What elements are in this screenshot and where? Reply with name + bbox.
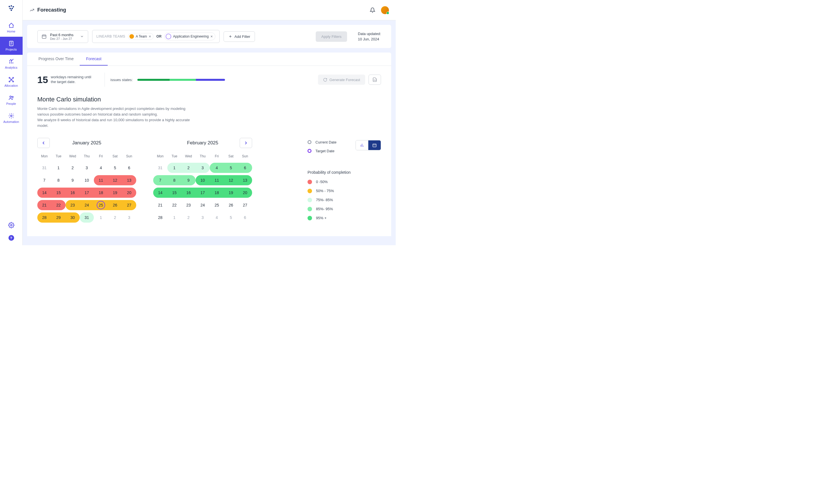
view-calendar-button[interactable] [368, 140, 381, 150]
calendar-day[interactable]: 5 [224, 162, 238, 174]
calendar-day[interactable]: 9 [181, 174, 196, 186]
calendar-day[interactable]: 18 [210, 186, 224, 199]
calendar-day[interactable]: 31 [153, 162, 167, 174]
calendar-day[interactable]: 27 [238, 199, 252, 211]
calendar-day[interactable]: 11 [94, 174, 108, 186]
calendar-day[interactable]: 9 [66, 174, 80, 186]
calendar-day[interactable]: 12 [224, 174, 238, 186]
calendar-day[interactable]: 26 [224, 199, 238, 211]
calendar-day[interactable]: 24 [196, 199, 210, 211]
sidebar-item-home[interactable]: Home [0, 19, 23, 37]
calendar-day[interactable]: 5 [224, 211, 238, 224]
calendar-day[interactable]: 16 [181, 186, 196, 199]
calendar-day[interactable]: 1 [51, 162, 66, 174]
calendar-day[interactable]: 21 [153, 199, 167, 211]
calendar-day[interactable]: 8 [51, 174, 66, 186]
calendar-day[interactable]: 20 [122, 186, 136, 199]
calendar-day[interactable]: 18 [94, 186, 108, 199]
calendar-day[interactable]: 17 [196, 186, 210, 199]
sidebar-item-allocation[interactable]: Allocation [0, 73, 23, 91]
topbar: Forecasting [23, 0, 396, 20]
date-range-picker[interactable]: Past 6 months Dec 27 - Jun 27 [37, 30, 88, 43]
calendar-day[interactable]: 3 [196, 211, 210, 224]
calendar-day[interactable]: 8 [167, 174, 181, 186]
calendar-day[interactable]: 6 [238, 162, 252, 174]
calendar-day[interactable]: 25 [94, 199, 108, 211]
mc-description: Monte Carlo simulations in Agile develop… [27, 106, 208, 129]
calendar-prev-button[interactable] [37, 138, 50, 148]
calendar-day[interactable]: 4 [94, 162, 108, 174]
avatar[interactable] [381, 6, 389, 14]
calendar-day[interactable]: 10 [80, 174, 94, 186]
calendar-icon [42, 34, 47, 39]
calendar-day[interactable]: 31 [80, 211, 94, 224]
calendar-day[interactable]: 28 [153, 211, 167, 224]
calendar-day[interactable]: 19 [224, 186, 238, 199]
team-chip-a[interactable]: A Team× [128, 33, 153, 40]
calendar-day[interactable]: 22 [51, 199, 66, 211]
calendar-day[interactable]: 17 [80, 186, 94, 199]
calendar-day[interactable]: 14 [37, 186, 51, 199]
calendar-day[interactable]: 13 [122, 174, 136, 186]
add-filter-button[interactable]: Add Filter [223, 31, 255, 42]
calendar-day[interactable]: 2 [181, 162, 196, 174]
calendar-day[interactable]: 4 [210, 211, 224, 224]
view-chart-button[interactable] [356, 140, 368, 150]
calendar-day[interactable]: 15 [51, 186, 66, 199]
calendar-day[interactable]: 12 [108, 174, 122, 186]
sidebar-item-analytics[interactable]: Analytics [0, 55, 23, 73]
calendar-day[interactable]: 6 [238, 211, 252, 224]
calendar-day[interactable]: 22 [167, 199, 181, 211]
calendar-day[interactable]: 16 [66, 186, 80, 199]
calendar-day[interactable]: 6 [122, 162, 136, 174]
close-icon[interactable]: × [210, 34, 212, 39]
tab-forecast[interactable]: Forecast [80, 53, 107, 66]
calendar-day[interactable]: 3 [196, 162, 210, 174]
calendar-day[interactable]: 2 [181, 211, 196, 224]
calendar-day[interactable]: 28 [37, 211, 51, 224]
sidebar-item-people[interactable]: People [0, 91, 23, 109]
bell-icon[interactable] [370, 7, 375, 13]
calendar-day[interactable]: 31 [37, 162, 51, 174]
calendar-day[interactable]: 20 [238, 186, 252, 199]
team-chip-b[interactable]: Application Engineering× [164, 32, 215, 40]
settings-icon[interactable] [8, 222, 14, 228]
calendar-day[interactable]: 2 [108, 211, 122, 224]
calendar-day[interactable]: 2 [66, 162, 80, 174]
calendar-day[interactable]: 15 [167, 186, 181, 199]
calendar-day[interactable]: 24 [80, 199, 94, 211]
calendar-day[interactable]: 11 [210, 174, 224, 186]
calendar-day[interactable]: 14 [153, 186, 167, 199]
calendar-day[interactable]: 23 [66, 199, 80, 211]
calendar-day[interactable]: 3 [80, 162, 94, 174]
calendar-day[interactable]: 13 [238, 174, 252, 186]
sidebar-item-automation[interactable]: Automation [0, 109, 23, 127]
calendar-day[interactable]: 7 [153, 174, 167, 186]
calendar-day[interactable]: 19 [108, 186, 122, 199]
help-icon[interactable]: ? [8, 235, 14, 241]
calendar-day[interactable]: 21 [37, 199, 51, 211]
calendar-day[interactable]: 25 [210, 199, 224, 211]
sidebar-item-projects[interactable]: Projects [0, 37, 23, 55]
calendar-day[interactable]: 7 [37, 174, 51, 186]
apply-filters-button[interactable]: Apply Filters [316, 31, 347, 42]
dow-header: Fri [210, 152, 224, 162]
calendar-day[interactable]: 1 [167, 211, 181, 224]
calendar-day[interactable]: 10 [196, 174, 210, 186]
tab-progress[interactable]: Progress Over Time [32, 53, 80, 66]
calendar-day[interactable]: 3 [122, 211, 136, 224]
calendar-day[interactable]: 27 [122, 199, 136, 211]
close-icon[interactable]: × [149, 34, 151, 39]
calendar-day[interactable]: 1 [94, 211, 108, 224]
export-pdf-button[interactable]: PDF [368, 75, 381, 85]
calendar-day[interactable]: 26 [108, 199, 122, 211]
generate-forecast-button[interactable]: Generate Forecast [318, 75, 365, 85]
calendar-day[interactable]: 4 [210, 162, 224, 174]
calendar-day[interactable]: 1 [167, 162, 181, 174]
calendar-day[interactable]: 23 [181, 199, 196, 211]
calendar-day[interactable]: 5 [108, 162, 122, 174]
calendar-day[interactable]: 29 [51, 211, 66, 224]
calendar-day[interactable]: 30 [66, 211, 80, 224]
calendar-next-button[interactable] [240, 138, 252, 148]
color-swatch [307, 189, 312, 193]
